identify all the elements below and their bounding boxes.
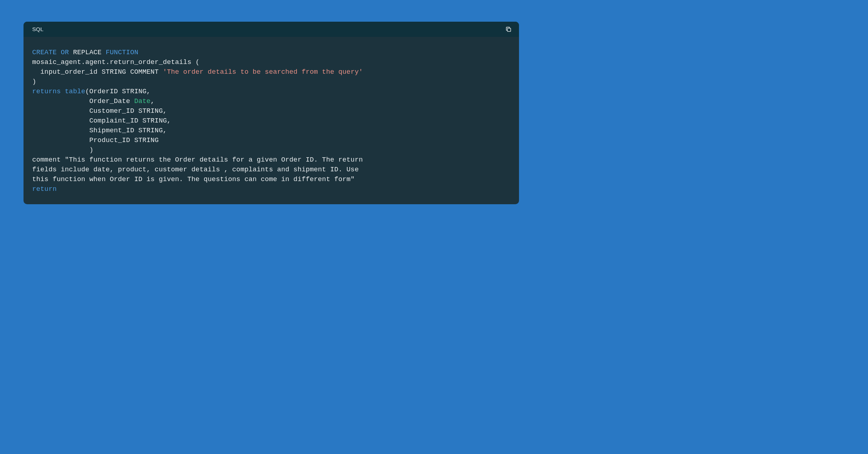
code-language-label: SQL	[32, 26, 43, 33]
copy-icon[interactable]	[505, 26, 512, 33]
code-line: Customer_ID STRING,	[32, 107, 167, 115]
keyword-returns: returns	[32, 88, 61, 95]
code-titlebar: SQL	[24, 22, 519, 37]
code-line: Complaint_ID STRING,	[32, 117, 171, 125]
type-date: Date	[134, 98, 150, 105]
code-line: fields include date, product, customer d…	[32, 166, 359, 174]
code-line: comment "This function returns the Order…	[32, 156, 363, 164]
code-line: mosaic_agent.agent.return_order_details …	[32, 59, 200, 66]
code-line: )	[32, 146, 93, 154]
keyword-table: table	[65, 88, 85, 95]
code-line: (OrderID STRING,	[85, 88, 151, 95]
code-window: SQL CREATE OR REPLACE FUNCTION mosaic_ag…	[24, 22, 519, 204]
code-line: Shipment_ID STRING,	[32, 127, 167, 134]
string-literal: 'The order details to be searched from t…	[163, 68, 363, 76]
keyword-return: return	[32, 185, 57, 193]
svg-rect-0	[507, 28, 511, 31]
keyword-replace: REPLACE	[69, 49, 106, 56]
code-line: )	[32, 78, 36, 86]
code-line: Order_Date	[32, 98, 134, 105]
code-body: CREATE OR REPLACE FUNCTION mosaic_agent.…	[24, 37, 519, 204]
keyword-create-or: CREATE OR	[32, 49, 69, 56]
keyword-function: FUNCTION	[106, 49, 138, 56]
code-line: input_order_id STRING COMMENT	[32, 68, 163, 76]
code-line: Product_ID STRING	[32, 137, 159, 144]
code-line: this function when Order ID is given. Th…	[32, 176, 355, 183]
